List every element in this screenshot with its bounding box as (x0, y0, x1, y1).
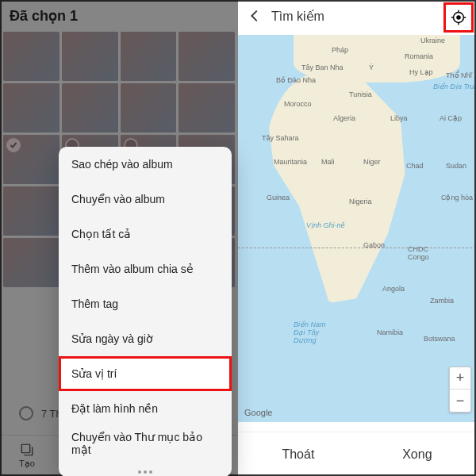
zoom-controls: + − (449, 367, 471, 413)
map-label: Morocco (284, 100, 312, 108)
zoom-out-button[interactable]: − (450, 390, 470, 412)
locate-me-button[interactable] (444, 3, 473, 32)
map-label: Guinea (267, 194, 290, 202)
create-label: Tạo (19, 459, 35, 469)
photo-thumbnail[interactable] (121, 83, 177, 132)
back-button[interactable] (246, 7, 263, 25)
photo-thumbnail[interactable] (3, 83, 60, 132)
photo-thumbnail[interactable] (121, 32, 177, 81)
map-label: Libya (390, 114, 408, 122)
map-label: Sudan (446, 162, 466, 170)
photo-thumbnail[interactable] (62, 32, 118, 81)
cancel-button[interactable]: Thoát (282, 447, 314, 462)
map-label: Zambia (430, 297, 454, 305)
photo-thumbnail[interactable] (3, 186, 60, 236)
map-label: Hy Lạp (409, 68, 433, 76)
map-label: Mauritania (274, 158, 307, 166)
menu-set-wallpaper[interactable]: Đặt làm hình nền (59, 391, 232, 426)
search-placeholder[interactable]: Tìm kiếm (271, 9, 324, 24)
menu-edit-datetime[interactable]: Sửa ngày và giờ (59, 321, 232, 356)
map-label: Algeria (333, 114, 355, 122)
map-label: Ai Cập (440, 114, 462, 122)
map-label: Tunisia (349, 90, 372, 98)
map-label: Nigeria (349, 198, 372, 205)
svg-point-7 (456, 15, 461, 20)
photo-thumbnail[interactable] (3, 238, 60, 287)
map-label: Ý (369, 63, 374, 71)
selection-title: Đã chọn 1 (0, 0, 238, 32)
map-label: Tây Ban Nha (301, 63, 344, 71)
map-label: Namibia (377, 328, 403, 336)
menu-copy-to-album[interactable]: Sao chép vào album (59, 147, 232, 182)
create-icon (20, 443, 34, 457)
done-button[interactable]: Xong (402, 447, 432, 462)
map-label: Botswana (424, 335, 455, 343)
menu-scroll-indicator (59, 461, 232, 476)
map-label: Niger (363, 158, 381, 166)
map-view[interactable]: Ukraine Pháp Romania Tây Ban Nha Bồ Đào … (238, 35, 476, 422)
map-label: CHDC Congo (408, 245, 429, 261)
map-label: Ukraine (420, 36, 445, 44)
map-label: Romania (405, 52, 433, 60)
svg-rect-0 (21, 444, 30, 453)
menu-edit-location[interactable]: Sửa vị trí (59, 356, 232, 391)
google-logo: Google (244, 408, 272, 417)
chevron-left-icon (246, 7, 263, 25)
map-label: Thổ Nhĩ Kỳ (446, 71, 476, 79)
menu-add-shared-album[interactable]: Thêm vào album chia sẻ (59, 251, 232, 286)
photo-thumbnail[interactable] (178, 83, 235, 132)
map-label: Mali (321, 158, 335, 166)
zoom-in-button[interactable]: + (450, 367, 470, 390)
select-circle-icon[interactable] (19, 406, 33, 420)
photo-thumbnail[interactable] (178, 32, 235, 81)
photo-thumbnail[interactable] (3, 32, 60, 81)
map-sea-label: Biển Địa Trung Hải (433, 83, 476, 90)
photo-thumbnail[interactable] (62, 83, 118, 132)
map-label: Bồ Đào Nha (276, 76, 316, 84)
map-label: Cộng hòa xã hội chủ (441, 194, 476, 202)
crosshair-icon (450, 9, 467, 26)
map-sea-label: Biển Nam Đại Tây Dương (294, 321, 326, 344)
photo-thumbnail[interactable] (3, 135, 60, 184)
create-button[interactable]: Tạo (19, 443, 35, 469)
map-label: Pháp (332, 46, 348, 54)
map-label: Chad (406, 162, 424, 170)
map-label: Angola (382, 285, 405, 293)
menu-move-to-album[interactable]: Chuyển vào album (59, 182, 232, 217)
menu-select-all[interactable]: Chọn tất cả (59, 217, 232, 251)
map-sea-label: Vịnh Ghi-nê (306, 221, 345, 229)
menu-add-tag[interactable]: Thêm tag (59, 286, 232, 321)
map-label: Tây Sahara (262, 134, 299, 142)
menu-move-secure-folder[interactable]: Chuyển vào Thư mục bảo mật (59, 426, 232, 461)
map-label: Gabon (363, 241, 385, 249)
context-menu: Sao chép vào album Chuyển vào album Chọn… (59, 147, 232, 476)
selected-check-icon[interactable] (6, 138, 21, 152)
